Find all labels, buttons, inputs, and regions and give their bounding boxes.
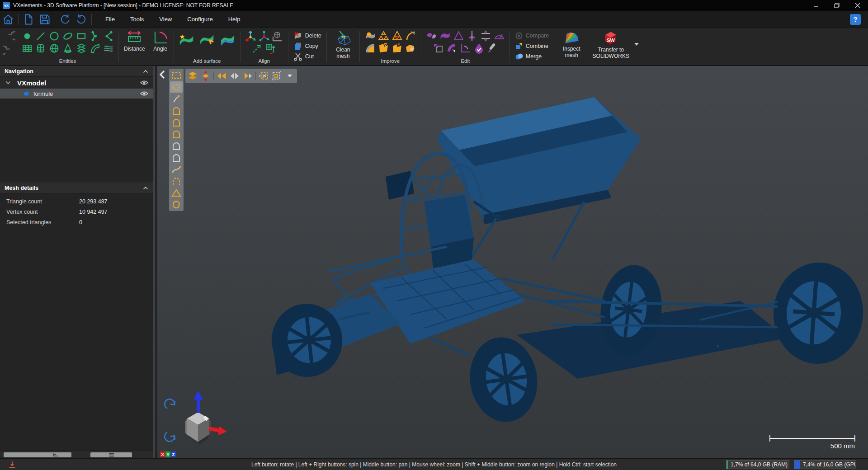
point-entity-button[interactable] <box>21 30 33 42</box>
zoom-on-region-button[interactable] <box>270 70 283 82</box>
align-translate-button[interactable] <box>251 42 264 54</box>
subdivide-button[interactable] <box>391 30 403 42</box>
align-points-button[interactable] <box>258 30 270 42</box>
navigation-header[interactable]: Navigation <box>0 66 153 77</box>
vxmodel-visibility-toggle[interactable] <box>140 80 148 85</box>
ellipse-entity-button[interactable] <box>61 30 74 42</box>
bracket-selection-button[interactable] <box>170 175 183 187</box>
layers-entity-button[interactable] <box>75 42 87 54</box>
transfer-solidworks-button[interactable]: SW Transfer to SOLIDWORKS <box>587 28 634 60</box>
align-cad-button[interactable] <box>272 30 284 42</box>
distance-button[interactable]: Distance <box>120 28 149 65</box>
viewport-3d[interactable]: X Y Z 500 mm <box>157 66 868 458</box>
menu-help[interactable]: Help <box>228 16 241 23</box>
smooth-boundary-button[interactable] <box>405 30 417 42</box>
scale-mesh-button[interactable] <box>432 42 444 54</box>
help-button[interactable]: ? <box>850 14 861 25</box>
selection-depth-button[interactable] <box>199 70 212 82</box>
trim-surface-button[interactable] <box>439 30 451 42</box>
dome-selection-4-button[interactable] <box>170 140 183 151</box>
blob-selection-button[interactable] <box>170 199 183 210</box>
unroll-button[interactable] <box>446 42 458 54</box>
clean-mesh-button[interactable]: Clean mesh <box>328 28 358 65</box>
collapse-panel-button[interactable] <box>158 70 166 81</box>
list-view-button[interactable] <box>90 452 132 457</box>
merge-button[interactable]: Merge <box>515 52 549 61</box>
undo-button[interactable] <box>3 31 15 44</box>
angle-button[interactable]: Angle <box>149 28 172 65</box>
select-next-button[interactable] <box>241 70 254 82</box>
sphere-entity-button[interactable] <box>48 42 60 54</box>
separate-pieces-button[interactable] <box>425 30 438 42</box>
add-surface-resurface-button[interactable] <box>220 33 236 50</box>
minimize-button[interactable] <box>806 0 826 11</box>
download-status-icon[interactable] <box>8 461 16 469</box>
menu-configure[interactable]: Configure <box>187 16 212 23</box>
offset-button[interactable] <box>480 30 492 42</box>
select-previous-button[interactable] <box>215 70 228 82</box>
cylinder-entity-button[interactable] <box>34 42 47 54</box>
patch-button[interactable] <box>377 42 390 54</box>
tree-node-vxmodel[interactable]: VXmodel <box>0 77 153 89</box>
dome-selection-5-button[interactable] <box>170 152 183 163</box>
menu-view[interactable]: View <box>159 16 172 23</box>
triangle-selection-button[interactable] <box>170 187 183 198</box>
delete-button[interactable]: Delete <box>293 31 321 40</box>
brush-selection-button[interactable] <box>170 93 183 104</box>
horizontal-scrollbar-thumb[interactable] <box>4 452 71 457</box>
reload-session-button[interactable] <box>73 13 90 26</box>
add-surface-auto-button[interactable] <box>178 33 194 50</box>
toolbar-more-button[interactable] <box>283 70 296 82</box>
curve-entity-button[interactable] <box>89 42 101 54</box>
copy-button[interactable]: Copy <box>293 41 321 51</box>
mirror-button[interactable] <box>466 30 478 42</box>
remesh-button[interactable] <box>377 30 390 42</box>
add-surface-manual-button[interactable] <box>199 33 215 50</box>
rotate-mesh-button[interactable] <box>493 30 505 42</box>
defeature-button[interactable] <box>364 42 376 54</box>
dome-selection-3-button[interactable] <box>170 128 183 140</box>
mesh-details-header[interactable]: Mesh details <box>0 183 153 193</box>
zoom-on-selection-button[interactable] <box>257 70 270 82</box>
polyline-entity-button[interactable] <box>102 30 114 42</box>
fix-spikes-button[interactable] <box>391 42 403 54</box>
save-session-button[interactable] <box>37 13 53 26</box>
line-entity-button[interactable] <box>34 30 47 42</box>
redo-button[interactable] <box>3 46 15 58</box>
transfer-options-caret[interactable] <box>634 43 639 46</box>
spline-selection-button[interactable] <box>170 164 183 175</box>
compare-button[interactable]: Compare <box>515 31 549 40</box>
waterproof-button[interactable] <box>473 42 485 54</box>
freeform-improve-button[interactable] <box>405 42 417 54</box>
dome-selection-2-button[interactable] <box>170 117 183 128</box>
home-button[interactable] <box>0 13 16 26</box>
triangle-edit-button[interactable] <box>453 30 465 42</box>
new-session-button[interactable] <box>20 13 37 26</box>
dome-selection-1-button[interactable] <box>170 105 183 116</box>
tree-node-formule[interactable]: formule <box>0 89 153 99</box>
deselect-button[interactable] <box>228 70 241 82</box>
rectangle-selection-button[interactable] <box>170 70 183 81</box>
cut-button[interactable]: Cut <box>293 52 321 61</box>
rectangle-entity-button[interactable] <box>75 30 87 42</box>
menu-file[interactable]: File <box>105 16 115 23</box>
plane-entity-button[interactable] <box>21 42 33 54</box>
navigation-cube[interactable] <box>161 389 229 453</box>
circle-entity-button[interactable] <box>48 30 60 42</box>
inspect-mesh-button[interactable]: Inspect mesh <box>556 28 587 65</box>
close-button[interactable] <box>847 0 868 11</box>
cone-entity-button[interactable] <box>61 42 74 54</box>
knife-button[interactable] <box>486 42 499 54</box>
menu-tools[interactable]: Tools <box>130 16 144 23</box>
combine-button[interactable]: Combine <box>515 41 549 51</box>
restore-session-button[interactable] <box>57 13 73 26</box>
spline-entity-button[interactable] <box>102 42 114 54</box>
show-layers-button[interactable] <box>186 70 199 82</box>
arc-entity-button[interactable] <box>89 30 101 42</box>
restore-button[interactable] <box>826 0 847 11</box>
align-axes-button[interactable] <box>245 30 257 42</box>
align-grid-button[interactable] <box>265 42 277 54</box>
fill-holes-button[interactable] <box>364 30 376 42</box>
freeform-selection-button[interactable] <box>170 81 183 93</box>
angle-edit-button[interactable] <box>459 42 472 54</box>
